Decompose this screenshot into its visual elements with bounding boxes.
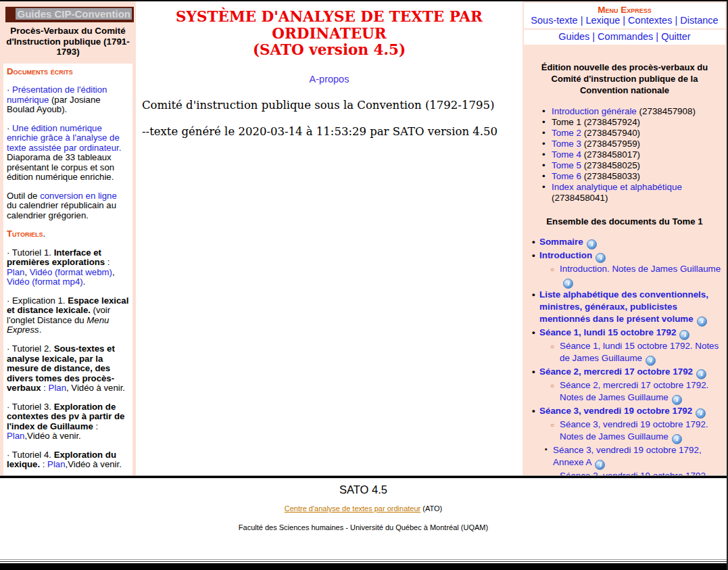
menu-separator: |: [589, 31, 598, 42]
bottom-bar: [0, 563, 727, 570]
text-run: Diaporama de 33 tableaux présentant le c…: [7, 152, 114, 182]
text-run: · Tutoriel 4.: [7, 450, 54, 460]
sato-page: Guides CIP-Convention Procès-Verbaux du …: [0, 0, 728, 570]
sidebar-link[interactable]: Une édition numérique enrichie grâce à l…: [7, 123, 121, 153]
text-run: .: [83, 277, 86, 287]
sidebar-paragraph: · Tutoriel 2. Sous-textes et analyse lex…: [7, 344, 129, 394]
tome-id: (2738458025): [581, 160, 640, 170]
text-run: :: [41, 383, 49, 393]
text-run: · Tutoriel 2.: [7, 343, 54, 354]
doc-link[interactable]: Sommaire: [539, 237, 583, 247]
left-sidebar: Guides CIP-Convention Procès-Verbaux du …: [0, 1, 136, 475]
info-icon[interactable]: i: [679, 330, 689, 340]
sidebar-paragraph: · Une édition numérique enrichie grâce à…: [7, 124, 129, 183]
left-content-box: Documents écrits· Présentation de l'édit…: [3, 64, 132, 475]
info-icon[interactable]: i: [595, 460, 605, 470]
text-run: · Tutoriel 1.: [7, 247, 54, 258]
tome-label[interactable]: Index analytique et alphabétique: [552, 182, 682, 192]
text-run: ,: [112, 267, 115, 277]
doc-link[interactable]: Séance 2, mercredi 17 octobre 1792. Note…: [560, 380, 708, 402]
doc-link[interactable]: Liste alphabétique des conventionnels, m…: [539, 289, 708, 324]
tome-label[interactable]: Tome 6: [552, 171, 581, 181]
bottom-divider: [0, 559, 727, 562]
sidebar-link[interactable]: Vidéo (format mp4): [7, 277, 83, 287]
menu-link-guides[interactable]: Guides: [558, 31, 589, 42]
tome-label[interactable]: Tome 5: [552, 160, 581, 170]
info-icon[interactable]: i: [672, 434, 682, 444]
doc-link[interactable]: Séance 3, vendredi 19 octobre 1792, Anne…: [553, 445, 702, 467]
tome-id: (2738457908): [637, 106, 696, 116]
info-icon[interactable]: i: [696, 369, 706, 379]
tome-label[interactable]: Tome 4: [552, 149, 581, 160]
doc-link[interactable]: Séance 2, mercredi 17 octobre 1792: [539, 366, 693, 377]
text-run: · Tutoriel 3.: [7, 402, 54, 412]
info-icon[interactable]: i: [696, 408, 706, 419]
tome-label: Tome 1: [552, 117, 581, 127]
menu-link-contextes[interactable]: Contextes: [628, 15, 672, 26]
menu-link-quitter[interactable]: Quitter: [661, 31, 691, 42]
doc-link[interactable]: Introduction: [539, 250, 592, 260]
sidebar-link[interactable]: conversion en ligne: [40, 191, 117, 201]
edition-heading: Édition nouvelle des procès-verbaux du C…: [527, 62, 723, 97]
text-run: ,: [24, 267, 29, 277]
tome-label[interactable]: Tome 2: [552, 128, 581, 138]
menu-link-distance[interactable]: Distance: [680, 15, 718, 26]
text-run: , Vidéo à venir.: [66, 383, 125, 393]
guides-header-bar: Guides CIP-Convention: [5, 7, 134, 22]
text-run: ·: [7, 123, 12, 133]
text-run: ,Vidéo à venir.: [66, 459, 122, 469]
info-icon[interactable]: i: [587, 239, 597, 250]
footer-title: SATO 4.5: [0, 483, 727, 496]
doc-list-item: Séance 3, vendredi 19 octobre 1792, Anne…: [523, 470, 723, 475]
doc-list-item: Séance 3, vendredi 19 octobre 1792, Anne…: [523, 444, 723, 470]
guides-header-label[interactable]: Guides CIP-Convention: [16, 8, 132, 20]
doc-link[interactable]: Séance 1, lundi 15 octobre 1792. Notes d…: [560, 341, 719, 363]
doc-list-item: Introduction. Notes de James Guillaumei: [523, 263, 723, 289]
doc-link[interactable]: Séance 3, vendredi 19 octobre 1792: [539, 406, 692, 416]
document-list: SommaireiIntroductioniIntroduction. Note…: [523, 236, 727, 475]
section-heading: Documents écrits: [7, 66, 73, 76]
info-icon[interactable]: i: [596, 253, 606, 263]
sidebar-link[interactable]: Vidéo (format webm): [30, 267, 112, 277]
info-icon[interactable]: i: [563, 279, 573, 289]
page-title: SYSTÈME D'ANALYSE DE TEXTE PAR ORDINATEU…: [141, 9, 517, 59]
ato-link[interactable]: Centre d'analyse de textes par ordinateu…: [285, 504, 420, 513]
sidebar-link[interactable]: Plan: [49, 383, 66, 393]
sidebar-link[interactable]: Plan: [47, 459, 65, 469]
doc-list-item: Séance 1, lundi 15 octobre 1792. Notes d…: [523, 340, 723, 366]
sidebar-link[interactable]: Plan: [7, 267, 24, 277]
footer-affiliation: Faculté des Sciences humaines - Universi…: [0, 523, 727, 531]
menu-separator: |: [620, 15, 628, 26]
sidebar-link[interactable]: Plan: [7, 431, 24, 441]
doc-link[interactable]: Séance 3, vendredi 19 octobre 1792. Note…: [560, 419, 708, 442]
doc-list-item: Séance 3, vendredi 19 octobre 1792. Note…: [523, 419, 723, 444]
text-run: .: [43, 229, 45, 239]
generated-line: --texte généré le 2020-03-14 à 11:53:29 …: [142, 125, 517, 138]
tome-label[interactable]: Introduction générale: [552, 106, 637, 116]
tome-list-item: Introduction générale (2738457908): [552, 106, 721, 117]
doc-link[interactable]: Séance 1, lundi 15 octobre 1792: [539, 327, 676, 337]
sidebar-paragraph: · Tutoriel 3. Exploration de contextes d…: [7, 402, 129, 442]
section-heading: Tutoriels: [7, 229, 43, 239]
tome-list-item: Tome 6 (2738458033): [552, 171, 721, 182]
text-run: Outil de: [7, 191, 40, 201]
three-column-layout: Guides CIP-Convention Procès-Verbaux du …: [0, 1, 727, 475]
doc-list-item: Séance 2, mercredi 17 octobre 1792. Note…: [523, 379, 723, 405]
footer-divider: [0, 475, 727, 479]
doc-link[interactable]: Séance 3, vendredi 19 octobre 1792, Anne…: [560, 471, 712, 475]
menu-link-lexique[interactable]: Lexique: [585, 15, 620, 26]
tome-id: (2738458041): [552, 193, 608, 203]
ensemble-heading: Ensemble des documents du Tome 1: [523, 216, 727, 227]
info-icon[interactable]: i: [697, 316, 707, 327]
doc-link[interactable]: Introduction. Notes de James Guillaume: [560, 264, 721, 274]
doc-list-item: Séance 1, lundi 15 octobre 1792i: [523, 327, 723, 340]
tome-label[interactable]: Tome 3: [552, 139, 581, 149]
secondary-menu-box: Guides | Commandes | Quitter: [524, 30, 725, 45]
info-icon[interactable]: i: [672, 395, 682, 405]
info-icon[interactable]: i: [646, 356, 656, 366]
page-title-line2: (SATO version 4.5): [253, 41, 406, 58]
sidebar-paragraph: · Présentation de l'édition numérique (p…: [7, 85, 129, 115]
menu-link-sous-texte[interactable]: Sous-texte: [531, 15, 577, 26]
apropos-link[interactable]: A-propos: [310, 74, 349, 85]
menu-link-commandes[interactable]: Commandes: [598, 31, 653, 42]
